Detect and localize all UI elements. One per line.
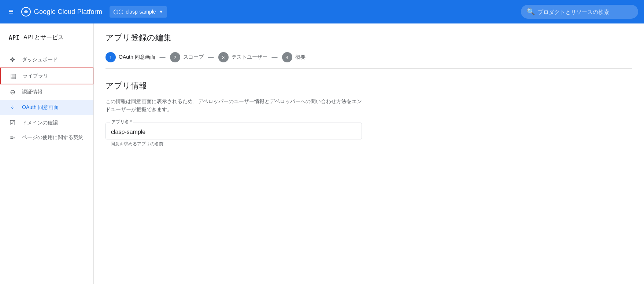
sidebar-header: API API とサービス bbox=[0, 29, 93, 46]
step-sep-3: — bbox=[270, 54, 279, 61]
section-description: この情報は同意画面に表示されるため、デベロッパーのユーザー情報とデベロッパーへの… bbox=[106, 97, 362, 114]
step-label-2: スコープ bbox=[183, 54, 204, 61]
page-title: アプリ登録の編集 bbox=[106, 32, 632, 43]
step-3: 3 テストユーザー bbox=[218, 52, 267, 62]
app-name-label: アプリ名 * bbox=[110, 119, 133, 125]
main-content: アプリ登録の編集 1 OAuth 同意画面 — 2 スコープ — bbox=[94, 23, 644, 284]
credentials-icon: ⊖ bbox=[9, 88, 16, 96]
dashboard-icon: ❖ bbox=[9, 56, 16, 64]
app-name-hint: 同意を求めるアプリの名前 bbox=[106, 141, 362, 147]
usage-icon: ≡◦ bbox=[9, 135, 16, 141]
step-label-1: OAuth 同意画面 bbox=[119, 54, 155, 61]
sidebar-divider bbox=[0, 49, 93, 49]
layout: API API とサービス ❖ ダッシュボード ▦ ライブラリ ⊖ 認証情報 ⁘… bbox=[0, 23, 644, 284]
sidebar-item-domain[interactable]: ☑ ドメインの確認 bbox=[0, 115, 93, 131]
sidebar-title: API とサービス bbox=[23, 34, 64, 41]
sidebar-item-label-domain: ドメインの確認 bbox=[22, 120, 58, 126]
sidebar-item-label-credentials: 認証情報 bbox=[22, 89, 42, 95]
sidebar-item-label-usage: ページの使用に関する契約 bbox=[22, 134, 84, 141]
step-sep-1: — bbox=[158, 54, 167, 61]
step-sep-2: — bbox=[207, 54, 215, 61]
project-chevron-icon: ▼ bbox=[159, 9, 163, 14]
project-icon: ⬡⬡ bbox=[113, 8, 123, 15]
step-1: 1 OAuth 同意画面 bbox=[106, 52, 155, 62]
oauth-icon: ⁘ bbox=[9, 103, 16, 112]
app-name-input[interactable] bbox=[106, 123, 362, 139]
search-input[interactable] bbox=[538, 9, 632, 15]
step-circle-2: 2 bbox=[170, 52, 180, 62]
header: ≡ Google Cloud Platform ⬡⬡ clasp-sample … bbox=[0, 0, 644, 23]
project-selector[interactable]: ⬡⬡ clasp-sample ▼ bbox=[110, 6, 167, 18]
sidebar-item-usage[interactable]: ≡◦ ページの使用に関する契約 bbox=[0, 131, 93, 145]
domain-icon: ☑ bbox=[9, 119, 16, 127]
app-name-field: アプリ名 * 同意を求めるアプリの名前 bbox=[106, 123, 362, 147]
menu-icon[interactable]: ≡ bbox=[6, 4, 16, 19]
step-circle-1: 1 bbox=[106, 52, 116, 62]
section-title: アプリ情報 bbox=[106, 80, 632, 91]
sidebar: API API とサービス ❖ ダッシュボード ▦ ライブラリ ⊖ 認証情報 ⁘… bbox=[0, 23, 94, 284]
sidebar-item-label-library: ライブラリ bbox=[23, 73, 48, 79]
step-4: 4 概要 bbox=[282, 52, 306, 62]
sidebar-item-label-oauth: OAuth 同意画面 bbox=[22, 104, 59, 111]
header-logo-text: Google Cloud Platform bbox=[34, 8, 102, 16]
sidebar-item-library[interactable]: ▦ ライブラリ bbox=[0, 68, 93, 84]
search-bar[interactable]: 🔍 bbox=[521, 5, 638, 19]
library-icon: ▦ bbox=[10, 72, 17, 80]
stepper: 1 OAuth 同意画面 — 2 スコープ — 3 テストユーザー — bbox=[106, 52, 632, 69]
step-2: 2 スコープ bbox=[170, 52, 204, 62]
sidebar-item-label-dashboard: ダッシュボード bbox=[22, 57, 58, 63]
sidebar-item-oauth[interactable]: ⁘ OAuth 同意画面 bbox=[0, 100, 93, 115]
header-logo: Google Cloud Platform bbox=[21, 7, 102, 17]
step-label-3: テストユーザー bbox=[232, 54, 267, 61]
step-circle-4: 4 bbox=[282, 52, 292, 62]
gcp-logo-icon bbox=[21, 7, 31, 17]
search-icon: 🔍 bbox=[527, 8, 535, 16]
project-name: clasp-sample bbox=[126, 9, 156, 15]
sidebar-item-credentials[interactable]: ⊖ 認証情報 bbox=[0, 84, 93, 100]
step-label-4: 概要 bbox=[295, 54, 306, 61]
step-circle-3: 3 bbox=[218, 52, 229, 62]
sidebar-api-label: API bbox=[9, 34, 20, 41]
sidebar-item-dashboard[interactable]: ❖ ダッシュボード bbox=[0, 52, 93, 68]
